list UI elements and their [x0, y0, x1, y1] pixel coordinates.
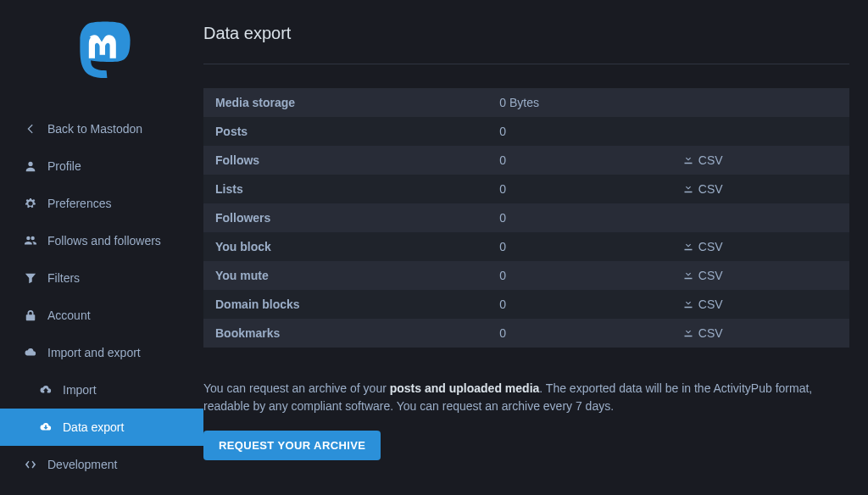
nav-back-label: Back to Mastodon	[47, 122, 142, 136]
row-download	[649, 88, 849, 117]
archive-notice: You can request an archive of your posts…	[203, 380, 849, 415]
row-value: 0	[487, 261, 649, 290]
row-value: 0 Bytes	[487, 88, 649, 117]
table-row: Media storage0 Bytes	[203, 88, 849, 117]
nav-list: Back to Mastodon Profile Preferences Fol…	[0, 110, 203, 483]
row-download	[649, 203, 849, 232]
nav-back[interactable]: Back to Mastodon	[0, 110, 203, 147]
users-icon	[24, 234, 37, 248]
download-icon	[683, 269, 693, 282]
row-label: Bookmarks	[203, 319, 487, 348]
csv-download-link[interactable]: CSV	[683, 182, 723, 196]
nav-import[interactable]: Import	[0, 371, 203, 409]
row-value: 0	[487, 203, 649, 232]
csv-label: CSV	[698, 182, 723, 196]
user-icon	[24, 159, 37, 173]
request-archive-button[interactable]: REQUEST YOUR ARCHIVE	[203, 431, 381, 460]
csv-label: CSV	[698, 326, 723, 340]
table-row: Posts0	[203, 117, 849, 146]
nav-import-export-label: Import and export	[47, 346, 141, 359]
download-icon	[683, 326, 693, 340]
table-row: You mute0CSV	[203, 261, 849, 290]
download-icon	[683, 182, 693, 196]
csv-download-link[interactable]: CSV	[683, 240, 723, 253]
row-label: You block	[203, 232, 487, 261]
nav-development[interactable]: Development	[0, 446, 203, 483]
nav-data-export-label: Data export	[63, 420, 124, 434]
row-download: CSV	[649, 232, 849, 261]
cloud-up-icon	[39, 383, 53, 397]
csv-download-link[interactable]: CSV	[683, 153, 723, 167]
cloud-down-icon	[39, 420, 53, 434]
chevron-left-icon	[24, 122, 37, 136]
mastodon-logo	[68, 17, 136, 85]
nav-development-label: Development	[47, 458, 118, 471]
logo-wrap	[0, 8, 203, 110]
row-label: Domain blocks	[203, 290, 487, 319]
sidebar: Back to Mastodon Profile Preferences Fol…	[0, 0, 203, 495]
row-label: Media storage	[203, 88, 487, 117]
lock-icon	[24, 309, 37, 322]
csv-label: CSV	[698, 240, 723, 253]
nav-follows[interactable]: Follows and followers	[0, 222, 203, 259]
csv-label: CSV	[698, 269, 723, 282]
csv-download-link[interactable]: CSV	[683, 269, 723, 282]
table-row: Domain blocks0CSV	[203, 290, 849, 319]
row-download: CSV	[649, 319, 849, 348]
row-label: Posts	[203, 117, 487, 146]
notice-pre: You can request an archive of your	[203, 381, 390, 395]
table-row: Followers0	[203, 203, 849, 232]
divider	[203, 64, 849, 64]
export-table: Media storage0 BytesPosts0Follows0CSVLis…	[203, 88, 849, 348]
table-row: Lists0CSV	[203, 175, 849, 203]
nav-account-label: Account	[47, 309, 91, 322]
download-icon	[683, 153, 693, 167]
table-row: You block0CSV	[203, 232, 849, 261]
row-label: Follows	[203, 146, 487, 175]
table-row: Bookmarks0CSV	[203, 319, 849, 348]
row-value: 0	[487, 232, 649, 261]
cloud-icon	[24, 346, 37, 359]
nav-filters[interactable]: Filters	[0, 259, 203, 297]
nav-preferences-label: Preferences	[47, 197, 111, 210]
row-value: 0	[487, 290, 649, 319]
code-icon	[24, 458, 37, 471]
csv-label: CSV	[698, 153, 723, 167]
row-download: CSV	[649, 146, 849, 175]
gear-icon	[24, 197, 37, 210]
row-download	[649, 117, 849, 146]
nav-profile[interactable]: Profile	[0, 147, 203, 185]
download-icon	[683, 298, 693, 311]
nav-data-export[interactable]: Data export	[0, 409, 203, 446]
main-content: Data export Media storage0 BytesPosts0Fo…	[203, 0, 868, 495]
nav-import-export[interactable]: Import and export	[0, 334, 203, 371]
row-label: Followers	[203, 203, 487, 232]
row-download: CSV	[649, 290, 849, 319]
row-value: 0	[487, 117, 649, 146]
nav-import-label: Import	[63, 383, 97, 397]
csv-label: CSV	[698, 298, 723, 311]
row-label: Lists	[203, 175, 487, 203]
notice-bold: posts and uploaded media	[390, 381, 540, 395]
nav-filters-label: Filters	[47, 271, 80, 285]
csv-download-link[interactable]: CSV	[683, 326, 723, 340]
nav-preferences[interactable]: Preferences	[0, 185, 203, 222]
row-value: 0	[487, 319, 649, 348]
nav-profile-label: Profile	[47, 159, 81, 173]
row-download: CSV	[649, 175, 849, 203]
row-value: 0	[487, 175, 649, 203]
filter-icon	[24, 271, 37, 285]
row-label: You mute	[203, 261, 487, 290]
row-download: CSV	[649, 261, 849, 290]
nav-account[interactable]: Account	[0, 297, 203, 334]
download-icon	[683, 240, 693, 253]
csv-download-link[interactable]: CSV	[683, 298, 723, 311]
table-row: Follows0CSV	[203, 146, 849, 175]
nav-follows-label: Follows and followers	[47, 234, 161, 248]
page-title: Data export	[203, 24, 849, 43]
row-value: 0	[487, 146, 649, 175]
